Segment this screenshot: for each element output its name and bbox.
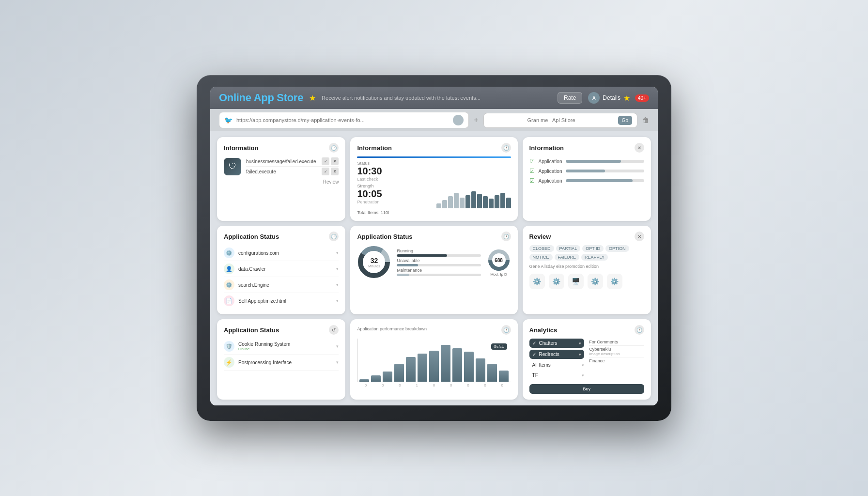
analytics-label-1: Redirects bbox=[539, 352, 576, 357]
info-list-item-3: ☑ Application bbox=[529, 176, 644, 186]
app-status-card-3: Application Status ↺ 🛡️ Cookie Running S… bbox=[217, 319, 345, 400]
analytics-chevron-3: ▾ bbox=[582, 373, 584, 378]
info-row-1: businessmessage/failed.execute ✓ ✗ bbox=[246, 156, 339, 167]
chart-bar-6[interactable] bbox=[429, 351, 439, 382]
info-card-2-icon-btn[interactable]: 🕐 bbox=[501, 143, 511, 153]
rate-button[interactable]: Rate bbox=[558, 92, 582, 104]
info-card-3-close-btn[interactable]: ✕ bbox=[635, 143, 644, 153]
analytics-card-header: Analytics 🕐 bbox=[529, 325, 644, 335]
search-input-wrap2[interactable]: Go bbox=[483, 113, 638, 128]
chart-bar-4[interactable] bbox=[406, 357, 416, 382]
review-tag-1[interactable]: PARTIAL bbox=[556, 245, 581, 252]
chart-bar-3[interactable] bbox=[394, 364, 404, 382]
search-input[interactable] bbox=[236, 117, 449, 123]
info-card-1-icon-btn[interactable]: 🕐 bbox=[329, 143, 339, 153]
search-input2[interactable] bbox=[489, 117, 614, 123]
list-bar-1 bbox=[566, 160, 644, 163]
mini-bar-chart bbox=[436, 184, 511, 208]
app-status-item-0[interactable]: ⚙️ configurations.com ▾ bbox=[224, 245, 339, 261]
stat-2-value: 10:05 bbox=[357, 188, 432, 200]
prog-track-0 bbox=[397, 254, 480, 257]
analytics-left-item-1[interactable]: ✓ Redirects ▾ bbox=[529, 350, 585, 359]
search-input-wrap[interactable]: 🐦 bbox=[219, 112, 469, 128]
review-link[interactable]: Review bbox=[224, 179, 339, 185]
app-status-1-icon-btn[interactable]: 🕐 bbox=[329, 232, 339, 241]
check-icon-2: ☑ bbox=[529, 168, 535, 174]
info-list-item-2: ☑ Application bbox=[529, 166, 644, 176]
mini-bar-8 bbox=[483, 196, 488, 208]
review-description: Gene Allsday else promotion edition bbox=[529, 264, 644, 270]
analytics-right-label-2: Finance bbox=[589, 358, 644, 363]
bar-chart-container: GcfcU bbox=[357, 339, 511, 382]
app-status-item-3[interactable]: 📄 Self App.optimize.html ▾ bbox=[224, 293, 339, 309]
x-label-6: 0 bbox=[467, 383, 469, 388]
review-icon-btn-2[interactable]: 🖥️ bbox=[568, 274, 584, 289]
app-status-2-icon-btn[interactable]: 🕐 bbox=[501, 232, 511, 241]
mini-btn-1[interactable]: ✓ bbox=[322, 157, 329, 165]
chevron-1: ▾ bbox=[336, 266, 339, 271]
analytics-right-sublabel-1: Image description bbox=[589, 352, 644, 356]
app-status-2-title: Application Status bbox=[357, 233, 412, 240]
chart-bar-7[interactable] bbox=[441, 345, 450, 382]
app3-item-1[interactable]: ⚡ Postprocessing Interface ▾ bbox=[224, 355, 339, 371]
analytics-right-item-0: For Comments bbox=[589, 339, 644, 346]
review-tag-2[interactable]: OPT ID bbox=[582, 245, 604, 252]
app-status-3-header: Application Status ↺ bbox=[224, 325, 339, 335]
analytics-icon-btn[interactable]: 🕐 bbox=[635, 325, 644, 335]
mini-btn-4[interactable]: ✗ bbox=[331, 168, 339, 175]
analytics-check-0: ✓ bbox=[532, 341, 536, 346]
chart-bar-9[interactable] bbox=[464, 352, 474, 382]
prog-fill-2 bbox=[397, 274, 409, 276]
x-label-0: 0 bbox=[365, 383, 367, 388]
review-tag-6[interactable]: REAPPLY bbox=[581, 254, 608, 261]
mini-bar-6 bbox=[471, 191, 476, 208]
analytics-left-item-2[interactable]: All Items ▾ bbox=[529, 361, 585, 369]
trash-icon[interactable]: 🗑 bbox=[642, 116, 649, 124]
analytics-card-title: Analytics bbox=[529, 326, 558, 334]
chart-bar-5[interactable] bbox=[418, 354, 427, 382]
go-button[interactable]: Go bbox=[618, 116, 632, 125]
check-icon-1: ☑ bbox=[529, 158, 535, 165]
app-status-item-1[interactable]: 👤 data.Crawler ▾ bbox=[224, 261, 339, 277]
review-icon-btn-1[interactable]: ⚙️ bbox=[549, 274, 564, 289]
review-card-title: Review bbox=[529, 233, 551, 240]
app-status-3-icon-btn[interactable]: ↺ bbox=[329, 325, 339, 335]
small-donut-container: 688 Mod. Ip D bbox=[487, 248, 511, 277]
review-icon-btn-4[interactable]: ⚙️ bbox=[607, 274, 622, 289]
analytics-left-item-3[interactable]: TF ▾ bbox=[529, 371, 585, 379]
review-tag-4[interactable]: NOTICE bbox=[529, 254, 553, 261]
check-icon-3: ☑ bbox=[529, 177, 535, 184]
review-icon-btn-3[interactable]: ⚙️ bbox=[588, 274, 603, 289]
review-icon-btn-0[interactable]: ⚙️ bbox=[529, 274, 545, 289]
review-close-btn[interactable]: ✕ bbox=[635, 232, 644, 241]
app-status-item-2[interactable]: ⚙️ search.Engine ▾ bbox=[224, 277, 339, 293]
search-avatar bbox=[453, 115, 464, 125]
info-list-item-1: ☑ Application bbox=[529, 156, 644, 166]
chart-bar-10[interactable] bbox=[476, 358, 485, 382]
chart-icon-btn[interactable]: 🕐 bbox=[501, 325, 511, 335]
chart-bar-0[interactable] bbox=[359, 379, 369, 382]
review-tag-3[interactable]: OPTION bbox=[605, 245, 629, 252]
chart-bar-11[interactable] bbox=[487, 364, 497, 382]
mini-btn-2[interactable]: ✗ bbox=[331, 157, 339, 165]
review-tag-5[interactable]: FAILURE bbox=[555, 254, 580, 261]
info-row-1-btns: ✓ ✗ bbox=[322, 157, 339, 165]
chart-annotation: GcfcU bbox=[491, 343, 507, 350]
chart-bar-2[interactable] bbox=[383, 372, 392, 382]
analytics-left-item-0[interactable]: ✓ Chatters ▾ bbox=[529, 339, 585, 348]
user-info: A Details ★ 40+ bbox=[588, 92, 649, 104]
stat-1-label: Status bbox=[357, 161, 432, 166]
info-list: ☑ Application ☑ Application bbox=[529, 156, 644, 186]
review-tag-0[interactable]: CLOSED bbox=[529, 245, 554, 252]
chart-bar-1[interactable] bbox=[371, 375, 381, 382]
app-status-card-2: Application Status 🕐 32 Minutes bbox=[350, 226, 517, 314]
app3-item-0[interactable]: 🛡️ Cookie Running System Online ▾ bbox=[224, 339, 339, 355]
prog-fill-1 bbox=[397, 264, 418, 266]
mini-btn-3[interactable]: ✓ bbox=[322, 168, 329, 175]
chart-bar-8[interactable] bbox=[452, 348, 462, 382]
app-status-card-1: Application Status 🕐 ⚙️ configurations.c… bbox=[217, 226, 345, 314]
chart-card-header: Application performance breakdown 🕐 bbox=[357, 325, 511, 335]
analytics-submit-btn[interactable]: Buy bbox=[529, 384, 644, 394]
analytics-right-item-1: Cybersekiu Image description bbox=[589, 346, 644, 357]
chart-bar-12[interactable] bbox=[499, 371, 509, 382]
